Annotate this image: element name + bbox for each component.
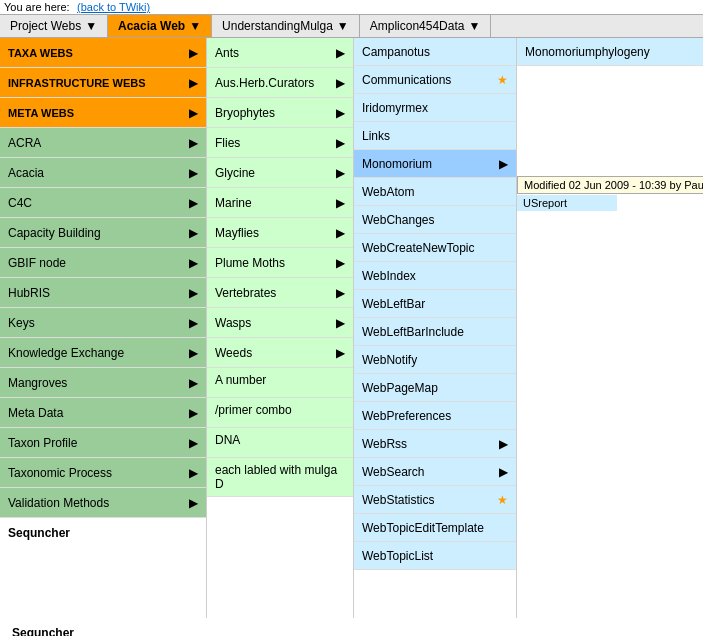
breadcrumb-text: You are here: [0, 0, 74, 15]
col3-item-webrss[interactable]: WebRss ▶ [354, 430, 516, 458]
col2-menu: Ants ▶ Aus.Herb.Curators ▶ Bryophytes ▶ … [207, 38, 354, 618]
arrow-right-icon: ▶ [189, 196, 198, 210]
arrow-right-icon: ▶ [499, 157, 508, 171]
menu-item-keys[interactable]: Keys ▶ [0, 308, 206, 338]
arrow-right-icon: ▶ [499, 465, 508, 479]
content-title: Sequncher [8, 526, 198, 540]
col2-item-marine[interactable]: Marine ▶ [207, 188, 353, 218]
col2-extra-dna: DNA [207, 428, 353, 458]
col2-item-vertebrates[interactable]: Vertebrates ▶ [207, 278, 353, 308]
menu-item-metadata[interactable]: Meta Data ▶ [0, 398, 206, 428]
menu-item-taxon-profile[interactable]: Taxon Profile ▶ [0, 428, 206, 458]
arrow-right-icon: ▶ [336, 316, 345, 330]
menu-item-taxa-webs[interactable]: TAXA WEBS ▶ [0, 38, 206, 68]
col3-item-webleftbarinclude[interactable]: WebLeftBarInclude [354, 318, 516, 346]
arrow-right-icon: ▶ [336, 46, 345, 60]
col2-extra-number: A number [207, 368, 353, 398]
arrow-right-icon: ▶ [189, 466, 198, 480]
col2-item-weeds[interactable]: Weeds ▶ [207, 338, 353, 368]
arrow-right-icon: ▶ [189, 226, 198, 240]
col3-item-webpagemap[interactable]: WebPageMap [354, 374, 516, 402]
col3-item-iridomyrmex[interactable]: Iridomyrmex [354, 94, 516, 122]
col2-item-plume-moths[interactable]: Plume Moths ▶ [207, 248, 353, 278]
breadcrumb-link[interactable]: (back to TWiki) [77, 1, 150, 13]
star-icon: ★ [497, 493, 508, 507]
nav-item-project-webs[interactable]: Project Webs ▼ [0, 15, 108, 37]
tooltip-box: Modified 02 Jun 2009 - 10:39 by PaulHa [517, 176, 703, 194]
menu-item-capacity-building[interactable]: Capacity Building ▶ [0, 218, 206, 248]
menu-item-validation-methods[interactable]: Validation Methods ▶ [0, 488, 206, 518]
col3-item-webchanges[interactable]: WebChanges [354, 206, 516, 234]
col4-area: Monomoriumphylogeny Modified 02 Jun 2009… [517, 38, 703, 618]
col2-item-bryophytes[interactable]: Bryophytes ▶ [207, 98, 353, 128]
menu-item-meta-webs[interactable]: META WEBS ▶ [0, 98, 206, 128]
arrow-right-icon: ▶ [189, 136, 198, 150]
col3-item-webprefs[interactable]: WebPreferences [354, 402, 516, 430]
col3-item-webleftbar[interactable]: WebLeftBar [354, 290, 516, 318]
arrow-right-icon: ▶ [189, 76, 198, 90]
arrow-right-icon: ▶ [336, 76, 345, 90]
arrow-right-icon: ▶ [189, 166, 198, 180]
nav-bar: Project Webs ▼ Acacia Web ▼ Understandin… [0, 14, 703, 38]
arrow-right-icon: ▶ [189, 376, 198, 390]
col3-item-webatom[interactable]: WebAtom [354, 178, 516, 206]
nav-item-amplicon[interactable]: Amplicon454Data ▼ [360, 15, 492, 37]
col2-item-glycine[interactable]: Glycine ▶ [207, 158, 353, 188]
arrow-right-icon: ▶ [336, 136, 345, 150]
chevron-down-icon: ▼ [337, 19, 349, 33]
col2-item-mayflies[interactable]: Mayflies ▶ [207, 218, 353, 248]
col3-item-links[interactable]: Links [354, 122, 516, 150]
content-sequncher: Sequncher [0, 518, 206, 552]
col2-extra-mulga: each labled with mulga D [207, 458, 353, 497]
col3-item-communications[interactable]: Communications ★ [354, 66, 516, 94]
col3-item-webstats[interactable]: WebStatistics ★ [354, 486, 516, 514]
col2-item-wasps[interactable]: Wasps ▶ [207, 308, 353, 338]
star-icon: ★ [497, 73, 508, 87]
arrow-right-icon: ▶ [336, 256, 345, 270]
arrow-right-icon: ▶ [189, 316, 198, 330]
col2-item-flies[interactable]: Flies ▶ [207, 128, 353, 158]
arrow-right-icon: ▶ [189, 496, 198, 510]
col3-item-websearch[interactable]: WebSearch ▶ [354, 458, 516, 486]
col3-item-webindex[interactable]: WebIndex [354, 262, 516, 290]
arrow-right-icon: ▶ [499, 437, 508, 451]
col3-menu: Campanotus Communications ★ Iridomyrmex … [354, 38, 517, 618]
col3-item-webnotify[interactable]: WebNotify [354, 346, 516, 374]
menu-item-knowledge-exchange[interactable]: Knowledge Exchange ▶ [0, 338, 206, 368]
menu-item-c4c[interactable]: C4C ▶ [0, 188, 206, 218]
menu-item-mangroves[interactable]: Mangroves ▶ [0, 368, 206, 398]
menu-item-acacia[interactable]: Acacia ▶ [0, 158, 206, 188]
arrow-right-icon: ▶ [336, 346, 345, 360]
arrow-right-icon: ▶ [189, 406, 198, 420]
arrow-right-icon: ▶ [336, 226, 345, 240]
page-content: Sequncher load to sequencher consensus b… [0, 618, 703, 636]
arrow-right-icon: ▶ [189, 256, 198, 270]
arrow-right-icon: ▶ [189, 106, 198, 120]
nav-item-acacia-web[interactable]: Acacia Web ▼ [108, 15, 212, 37]
col3-item-webtopicedit[interactable]: WebTopicEditTemplate [354, 514, 516, 542]
breadcrumb: You are here: (back to TWiki) [0, 0, 703, 14]
col3-item-webtopiclist[interactable]: WebTopicList [354, 542, 516, 570]
chevron-down-icon: ▼ [189, 19, 201, 33]
menu-item-infra-webs[interactable]: INFRASTRUCTURE WEBS ▶ [0, 68, 206, 98]
menu-item-hubris[interactable]: HubRIS ▶ [0, 278, 206, 308]
col2-item-ants[interactable]: Ants ▶ [207, 38, 353, 68]
col2-extra-primer: /primer combo [207, 398, 353, 428]
col2-item-aus-herb[interactable]: Aus.Herb.Curators ▶ [207, 68, 353, 98]
arrow-right-icon: ▶ [336, 196, 345, 210]
menu-item-gbif[interactable]: GBIF node ▶ [0, 248, 206, 278]
col3-item-monomorium[interactable]: Monomorium ▶ [354, 150, 516, 178]
col3-item-webcreate[interactable]: WebCreateNewTopic [354, 234, 516, 262]
col4-subitem[interactable]: Monomoriumphylogeny [517, 38, 703, 66]
arrow-right-icon: ▶ [189, 436, 198, 450]
nav-item-understanding-mulga[interactable]: UnderstandingMulga ▼ [212, 15, 360, 37]
arrow-right-icon: ▶ [336, 166, 345, 180]
arrow-right-icon: ▶ [336, 106, 345, 120]
menu-item-acra[interactable]: ACRA ▶ [0, 128, 206, 158]
menu-item-taxonomic-process[interactable]: Taxonomic Process ▶ [0, 458, 206, 488]
arrow-right-icon: ▶ [189, 46, 198, 60]
chevron-down-icon: ▼ [468, 19, 480, 33]
tooltip-sub: USreport [517, 195, 617, 211]
content-sequncher-title: Sequncher [12, 626, 691, 636]
col3-item-campanotus[interactable]: Campanotus [354, 38, 516, 66]
